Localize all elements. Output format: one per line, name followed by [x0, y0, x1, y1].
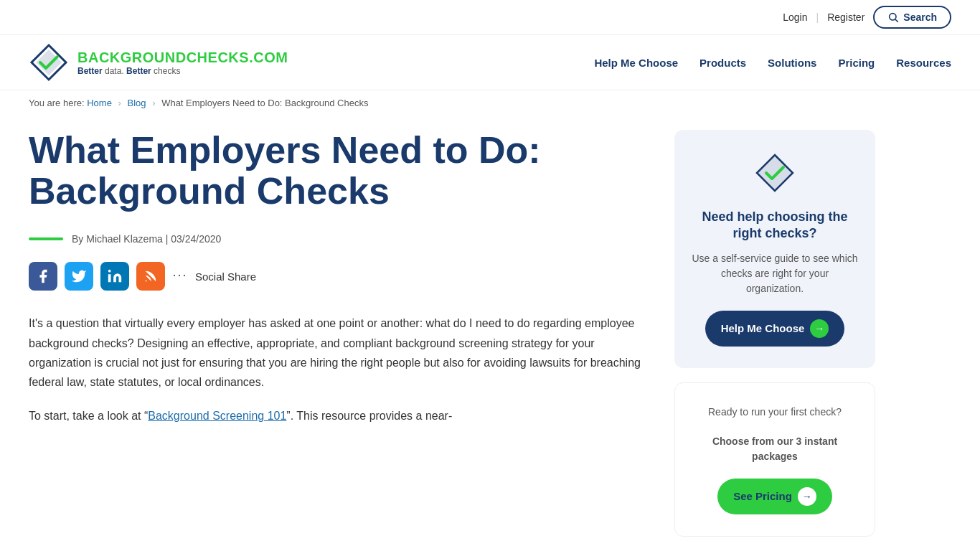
- header: BACKGROUNDCHECKS.COM Better data. Better…: [0, 35, 980, 90]
- search-icon: [887, 11, 899, 23]
- breadcrumb-blog[interactable]: Blog: [128, 98, 146, 108]
- rss-icon: [143, 268, 159, 284]
- main-nav: Help Me Choose Products Solutions Pricin…: [594, 57, 951, 69]
- nav-pricing[interactable]: Pricing: [838, 57, 875, 69]
- sidebar-card-help: Need help choosing the right checks? Use…: [674, 130, 875, 368]
- nav-help-me-choose[interactable]: Help Me Choose: [594, 57, 678, 69]
- logo-text: BACKGROUNDCHECKS.COM Better data. Better…: [77, 50, 288, 76]
- svg-point-0: [890, 14, 896, 20]
- sidebar-card-pricing: Ready to run your first check? Choose fr…: [674, 382, 875, 537]
- search-button[interactable]: Search: [873, 6, 951, 29]
- logo-area: BACKGROUNDCHECKS.COM Better data. Better…: [29, 42, 288, 83]
- social-share-label: Social Share: [195, 270, 256, 283]
- article-title: What Employers Need to Do: Background Ch…: [29, 130, 646, 212]
- author-bar-decoration: [29, 237, 63, 240]
- article-paragraph-2: To start, take a look at “Background Scr…: [29, 406, 646, 425]
- background-screening-link[interactable]: Background Screening 101: [148, 410, 286, 422]
- help-btn-arrow: →: [810, 319, 829, 338]
- breadcrumb-current: What Employers Need to Do: Background Ch…: [161, 98, 368, 108]
- article-body: It's a question that virtually every emp…: [29, 314, 646, 425]
- svg-point-5: [108, 270, 111, 273]
- social-share-row: ⋮ Social Share: [29, 262, 646, 291]
- logo-main-text: BACKGROUNDCHECKS.COM: [77, 50, 288, 66]
- linkedin-icon: [107, 268, 123, 284]
- help-btn-label: Help Me Choose: [721, 322, 805, 334]
- breadcrumb-sep2: ›: [152, 98, 155, 108]
- breadcrumb-prefix: You are here:: [29, 98, 85, 108]
- breadcrumb-sep1: ›: [118, 98, 121, 108]
- main-layout: What Employers Need to Do: Background Ch…: [0, 116, 980, 551]
- pricing-btn-label: See Pricing: [733, 490, 792, 502]
- register-link[interactable]: Register: [827, 11, 864, 23]
- nav-solutions[interactable]: Solutions: [768, 57, 816, 69]
- svg-line-1: [895, 19, 898, 22]
- pricing-btn-arrow: →: [798, 487, 816, 506]
- top-bar: Login | Register Search: [0, 0, 980, 35]
- sidebar-card2-title: Ready to run your first check?: [692, 405, 857, 420]
- author-line: By Michael Klazema | 03/24/2020: [29, 233, 646, 245]
- sidebar-card1-title: Need help choosing the right checks?: [692, 209, 858, 242]
- linkedin-share-button[interactable]: [100, 262, 129, 291]
- search-label: Search: [903, 11, 937, 23]
- svg-marker-7: [757, 155, 793, 191]
- more-share-options[interactable]: ⋮: [171, 268, 189, 284]
- sidebar-card1-description: Use a self-service guide to see which ch…: [692, 251, 858, 296]
- facebook-icon: [35, 268, 51, 284]
- sidebar-logo-icon: [753, 151, 796, 194]
- nav-resources[interactable]: Resources: [896, 57, 951, 69]
- breadcrumb: You are here: Home › Blog › What Employe…: [0, 90, 980, 116]
- breadcrumb-home[interactable]: Home: [87, 98, 112, 108]
- article-paragraph-1: It's a question that virtually every emp…: [29, 314, 646, 392]
- sidebar-card2-subtitle: Choose from our 3 instant packages: [692, 434, 857, 464]
- svg-rect-4: [108, 275, 111, 283]
- login-link[interactable]: Login: [783, 11, 807, 23]
- separator: |: [816, 11, 819, 23]
- twitter-icon: [71, 268, 87, 284]
- article-column: What Employers Need to Do: Background Ch…: [29, 130, 646, 551]
- twitter-share-button[interactable]: [65, 262, 93, 291]
- author-text: By Michael Klazema | 03/24/2020: [72, 233, 221, 245]
- sidebar-column: Need help choosing the right checks? Use…: [674, 130, 875, 551]
- logo-sub-text: Better data. Better checks: [77, 66, 288, 76]
- see-pricing-button[interactable]: See Pricing →: [717, 479, 832, 514]
- nav-products[interactable]: Products: [699, 57, 746, 69]
- rss-share-button[interactable]: [136, 262, 165, 291]
- logo-icon: [29, 42, 69, 83]
- svg-point-6: [146, 281, 147, 282]
- facebook-share-button[interactable]: [29, 262, 57, 291]
- help-me-choose-button[interactable]: Help Me Choose →: [705, 311, 845, 347]
